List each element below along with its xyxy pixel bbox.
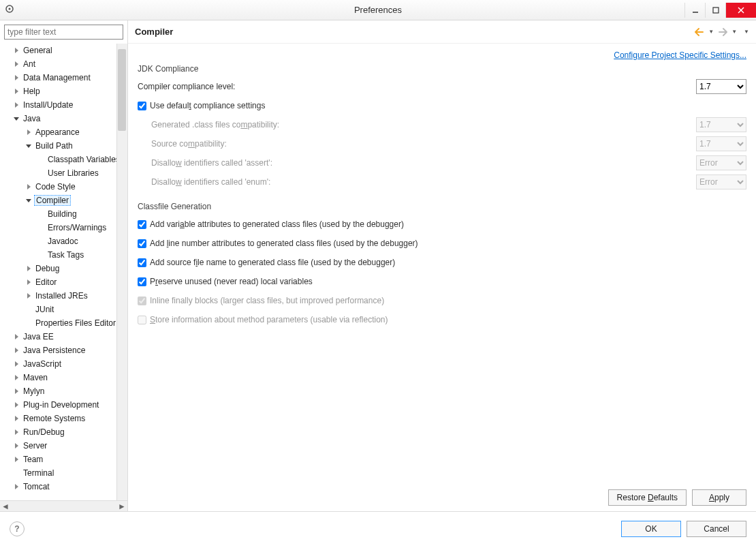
tree-node[interactable]: Run/Debug <box>3 425 127 439</box>
tree-node[interactable]: Team <box>3 453 127 466</box>
collapsed-arrow-icon[interactable] <box>12 101 20 109</box>
tree-node[interactable]: Errors/Warnings <box>3 221 127 234</box>
collapsed-arrow-icon[interactable] <box>12 87 20 95</box>
tree-node-label: Debug <box>34 264 61 273</box>
back-menu-icon[interactable]: ▼ <box>708 29 714 35</box>
tree-node[interactable]: Mylyn <box>3 384 127 398</box>
expanded-arrow-icon[interactable] <box>25 196 33 204</box>
tree-node[interactable]: Building <box>3 207 127 221</box>
tree-node[interactable]: Compiler <box>3 194 127 207</box>
forward-menu-icon[interactable]: ▼ <box>731 29 737 35</box>
help-icon[interactable]: ? <box>10 521 25 536</box>
tree-node-label: General <box>22 46 54 55</box>
arrow-none <box>37 237 45 245</box>
use-default-label: Use default compliance settings <box>150 101 265 110</box>
tree-node[interactable]: Classpath Variables <box>3 153 127 166</box>
collapsed-arrow-icon[interactable] <box>25 128 33 136</box>
tree-node[interactable]: JavaScript <box>3 357 127 371</box>
tree-node[interactable]: Tomcat <box>3 480 127 493</box>
ok-button[interactable]: OK <box>621 521 681 537</box>
tree-node[interactable]: Code Style <box>3 180 127 194</box>
collapsed-arrow-icon[interactable] <box>12 60 20 68</box>
inline-checkbox <box>138 296 146 305</box>
collapsed-arrow-icon[interactable] <box>12 428 20 436</box>
line-num-checkbox[interactable] <box>138 239 146 248</box>
tree-node[interactable]: Ant <box>3 57 127 71</box>
tree-node-label: Team <box>22 455 44 464</box>
tree-node[interactable]: Properties Files Editor <box>3 316 127 330</box>
tree-node[interactable]: Server <box>3 439 127 453</box>
collapsed-arrow-icon[interactable] <box>12 483 20 491</box>
tree-node[interactable]: Java <box>3 112 127 125</box>
tree-node-label: Tomcat <box>22 482 51 491</box>
compliance-level-select[interactable]: 1.7 <box>696 79 746 94</box>
collapsed-arrow-icon[interactable] <box>12 360 20 368</box>
tree-node-label: Installed JREs <box>34 291 89 301</box>
collapsed-arrow-icon[interactable] <box>12 455 20 463</box>
scrollbar-thumb[interactable] <box>118 49 126 131</box>
collapsed-arrow-icon[interactable] <box>12 374 20 382</box>
collapsed-arrow-icon[interactable] <box>12 333 20 341</box>
collapsed-arrow-icon[interactable] <box>12 387 20 395</box>
collapsed-arrow-icon[interactable] <box>12 401 20 409</box>
tree-node[interactable]: Editor <box>3 275 127 289</box>
tree-node[interactable]: Maven <box>3 371 127 384</box>
expanded-arrow-icon[interactable] <box>12 115 20 123</box>
tree-node[interactable]: Data Management <box>3 71 127 85</box>
view-menu-icon[interactable]: ▼ <box>744 29 749 35</box>
arrow-none <box>12 469 20 477</box>
gen-class-label: Generated .class files compatibility: <box>151 120 279 130</box>
filter-input[interactable] <box>4 25 123 40</box>
expanded-arrow-icon[interactable] <box>25 142 33 150</box>
tree-node[interactable]: Appearance <box>3 125 127 139</box>
preference-tree[interactable]: GeneralAntData ManagementHelpInstall/Upd… <box>0 44 127 500</box>
collapsed-arrow-icon[interactable] <box>12 442 20 450</box>
tree-node[interactable]: User Libraries <box>3 166 127 180</box>
tree-node[interactable]: Build Path <box>3 139 127 153</box>
preserve-checkbox[interactable] <box>138 277 146 286</box>
minimize-button[interactable] <box>684 3 705 18</box>
apply-button[interactable]: Apply <box>692 489 746 506</box>
tree-node[interactable]: Debug <box>3 262 127 275</box>
collapsed-arrow-icon[interactable] <box>25 278 33 286</box>
tree-node[interactable]: Help <box>3 85 127 98</box>
tree-node[interactable]: Installed JREs <box>3 289 127 303</box>
var-attr-checkbox[interactable] <box>138 220 146 229</box>
vertical-scrollbar[interactable] <box>116 44 127 500</box>
close-button[interactable] <box>725 3 756 18</box>
tree-node[interactable]: Remote Systems <box>3 412 127 425</box>
tree-node[interactable]: General <box>3 44 127 57</box>
use-default-checkbox[interactable] <box>138 102 146 110</box>
horizontal-scrollbar[interactable]: ◄ ► <box>0 500 127 511</box>
tree-node[interactable]: Install/Update <box>3 98 127 112</box>
tree-node[interactable]: Task Tags <box>3 248 127 262</box>
tree-node-label: Compiler <box>34 195 71 206</box>
tree-node[interactable]: Java EE <box>3 330 127 344</box>
tree-node[interactable]: JUnit <box>3 303 127 316</box>
tree-node-label: Appearance <box>34 127 81 137</box>
collapsed-arrow-icon[interactable] <box>12 346 20 354</box>
tree-node[interactable]: Terminal <box>3 466 127 480</box>
scroll-left-icon[interactable]: ◄ <box>0 501 11 512</box>
restore-defaults-button[interactable]: Restore Defaults <box>608 489 687 506</box>
collapsed-arrow-icon[interactable] <box>12 74 20 82</box>
back-button[interactable] <box>693 26 706 38</box>
tree-node[interactable]: Javadoc <box>3 234 127 248</box>
titlebar: Preferences <box>0 0 756 20</box>
collapsed-arrow-icon[interactable] <box>25 183 33 191</box>
collapsed-arrow-icon[interactable] <box>25 264 33 273</box>
configure-project-link[interactable]: Configure Project Specific Settings... <box>614 50 746 60</box>
tree-node[interactable]: Java Persistence <box>3 344 127 357</box>
forward-button[interactable] <box>716 26 729 38</box>
cancel-button[interactable]: Cancel <box>687 521 746 537</box>
arrow-none <box>37 169 45 177</box>
collapsed-arrow-icon[interactable] <box>25 292 33 300</box>
collapsed-arrow-icon[interactable] <box>12 46 20 55</box>
collapsed-arrow-icon[interactable] <box>12 414 20 423</box>
src-file-checkbox[interactable] <box>138 258 146 267</box>
tree-node-label: Java Persistence <box>22 346 86 355</box>
arrow-none <box>37 251 45 259</box>
maximize-button[interactable] <box>705 3 725 18</box>
tree-node[interactable]: Plug-in Development <box>3 398 127 412</box>
scroll-right-icon[interactable]: ► <box>116 501 127 512</box>
